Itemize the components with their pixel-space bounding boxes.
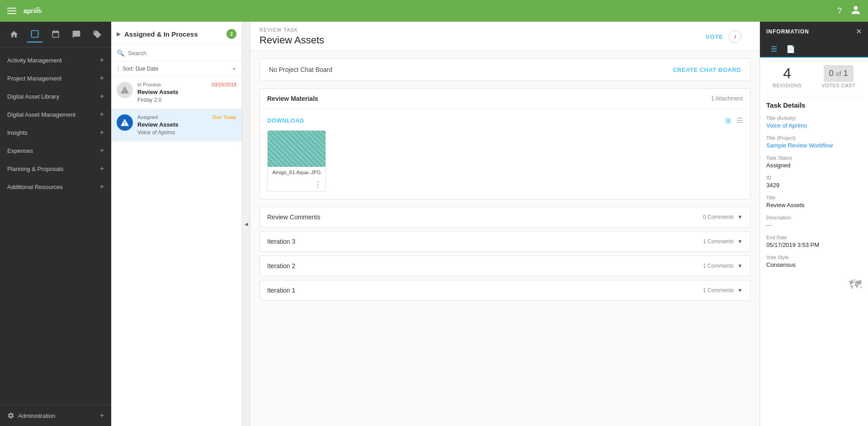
- task-item[interactable]: Assigned Due Today Review Assets Voice o…: [111, 109, 242, 142]
- user-icon[interactable]: [851, 5, 861, 17]
- chat-board-text: No Project Chat Board: [269, 66, 332, 73]
- svg-rect-4: [32, 31, 38, 38]
- svg-text:aprimo: aprimo: [24, 7, 42, 14]
- detail-label: End Date: [766, 235, 862, 240]
- close-panel-button[interactable]: ✕: [856, 27, 862, 36]
- iteration-3-chevron-icon: ▼: [737, 238, 743, 245]
- search-input[interactable]: [128, 50, 236, 57]
- review-comments-section: Review Comments 0 Comments ▼: [259, 207, 750, 227]
- vote-button[interactable]: VOTE: [706, 33, 723, 40]
- download-button[interactable]: DOWNLOAD: [267, 117, 304, 124]
- hamburger-menu[interactable]: [7, 8, 16, 14]
- sidebar-item-additional-resources[interactable]: Additional Resources +: [0, 178, 111, 196]
- main-content: REVIEW TASK Review Assets VOTE i No Proj…: [250, 22, 760, 426]
- comment-count: 0 Comments: [703, 214, 734, 220]
- app-logo: aprimo: [24, 5, 42, 17]
- panel-title: Assigned & In Process: [124, 30, 223, 38]
- sidebar-icon-chat[interactable]: [68, 26, 85, 43]
- detail-row-status: Task Status Assigned: [766, 155, 862, 169]
- expand-chevron-icon[interactable]: ▶: [117, 31, 121, 37]
- detail-value-description: —: [766, 222, 862, 228]
- create-chat-board-button[interactable]: CREATE CHAT BOARD: [673, 66, 741, 73]
- detail-row-end-date: End Date 05/17/2019 3:53 PM: [766, 235, 862, 248]
- sidebar-item-digital-asset-management[interactable]: Digital Asset Management +: [0, 105, 111, 123]
- list-view-icon[interactable]: ☰: [736, 116, 743, 125]
- sidebar-icon-tag[interactable]: [89, 26, 105, 43]
- svg-point-2: [38, 7, 39, 9]
- votes-cast-value: 0 of 1: [829, 69, 848, 78]
- revisions-stat: 4 REVISIONS: [773, 65, 802, 88]
- chat-board-banner: No Project Chat Board CREATE CHAT BOARD: [259, 58, 750, 81]
- logo-icon: aprimo: [24, 5, 42, 17]
- sidebar-item-digital-asset-library[interactable]: Digital Asset Library +: [0, 87, 111, 105]
- right-panel-body: 4 REVISIONS 0 of 1 VOTES CAST Task: [760, 58, 868, 426]
- detail-value-activity[interactable]: Voice of Aprimo: [766, 122, 862, 129]
- sidebar-item-project-management[interactable]: Project Management +: [0, 69, 111, 87]
- asset-item[interactable]: Amigo_61-Aqua-.JPG ⋮: [267, 130, 326, 192]
- detail-value-project[interactable]: Sample Review Workflow: [766, 142, 862, 149]
- section-body: DOWNLOAD ⊞ ☰ Amigo_61-Aqua-.JPG ⋮: [260, 109, 750, 199]
- review-task-label: REVIEW TASK: [259, 27, 324, 33]
- iteration-1-chevron-icon: ▼: [737, 287, 743, 293]
- iteration-2-header[interactable]: Iteration 2 1 Comments ▼: [260, 256, 750, 276]
- top-navigation: aprimo ?: [0, 0, 868, 22]
- sort-bar[interactable]: ↑ Sort: Due Date ▼: [111, 62, 242, 76]
- map-icon: 🗺: [849, 277, 862, 292]
- attachment-count: 1 Attachment: [711, 95, 743, 102]
- iteration-2-section: Iteration 2 1 Comments ▼: [259, 256, 750, 276]
- right-info-panel: INFORMATION ✕ ☰ 📄 4 REVISIONS 0 of: [760, 22, 868, 426]
- sidebar-icon-calendar[interactable]: [47, 26, 64, 43]
- review-materials-section: Review Materials 1 Attachment DOWNLOAD ⊞…: [259, 88, 750, 199]
- sidebar-icon-tasks[interactable]: [27, 26, 43, 43]
- grid-view-icon[interactable]: ⊞: [725, 116, 731, 125]
- detail-label: Vote Style: [766, 255, 862, 260]
- task-count-badge: 2: [226, 29, 236, 39]
- sort-chevron-icon: ▼: [232, 66, 236, 71]
- asset-name: Amigo_61-Aqua-.JPG: [268, 167, 326, 178]
- task-content: In Process 03/15/2019 Review Assets Fird…: [137, 82, 236, 103]
- stats-row: 4 REVISIONS 0 of 1 VOTES CAST: [766, 65, 862, 88]
- collapse-panel-button[interactable]: ◀: [242, 22, 250, 426]
- sidebar-item-activity-management[interactable]: Activity Management +: [0, 51, 111, 69]
- detail-row-project: Title (Project) Sample Review Workflow: [766, 135, 862, 149]
- sidebar-item-insights[interactable]: Insights +: [0, 123, 111, 142]
- tab-list[interactable]: ☰: [766, 41, 782, 58]
- middle-panel-header: ▶ Assigned & In Process 2: [111, 22, 242, 45]
- sort-arrow-icon: ↑: [117, 65, 120, 72]
- detail-label: Task Status: [766, 155, 862, 161]
- sidebar-item-planning-proposals[interactable]: Planning & Proposals +: [0, 160, 111, 178]
- task-list: In Process 03/15/2019 Review Assets Fird…: [111, 76, 242, 426]
- asset-menu-button[interactable]: ⋮: [268, 178, 326, 191]
- sidebar-icon-home[interactable]: [6, 26, 22, 43]
- votes-stat: 0 of 1 VOTES CAST: [821, 65, 855, 88]
- detail-label: Title (Project): [766, 135, 862, 141]
- top-nav-left: aprimo: [7, 5, 42, 17]
- iteration-3-title: Iteration 3: [267, 238, 295, 245]
- iteration-3-header[interactable]: Iteration 3 1 Comments ▼: [260, 232, 750, 251]
- sidebar-item-expenses[interactable]: Expenses +: [0, 142, 111, 160]
- task-avatar-active: [117, 114, 133, 131]
- detail-label: Title (Activity): [766, 115, 862, 121]
- task-item[interactable]: In Process 03/15/2019 Review Assets Fird…: [111, 76, 242, 109]
- detail-value-id: 3429: [766, 182, 862, 189]
- top-nav-right: ?: [837, 5, 861, 17]
- main-layout: Activity Management + Project Management…: [0, 22, 868, 426]
- comment-section-title: Review Comments: [267, 213, 320, 221]
- task-avatar: [117, 82, 133, 98]
- sidebar-footer-administration[interactable]: Administration +: [0, 405, 111, 426]
- detail-value-status: Assigned: [766, 162, 862, 169]
- iteration-2-title: Iteration 2: [267, 262, 295, 270]
- detail-row-activity: Title (Activity) Voice of Aprimo: [766, 115, 862, 129]
- right-panel-tabs: ☰ 📄: [760, 41, 868, 58]
- comment-header[interactable]: Review Comments 0 Comments ▼: [260, 207, 750, 227]
- help-icon[interactable]: ?: [837, 6, 842, 16]
- info-icon[interactable]: i: [729, 30, 741, 43]
- sort-label: Sort: Due Date: [123, 66, 229, 72]
- iteration-1-header[interactable]: Iteration 1 1 Comments ▼: [260, 280, 750, 300]
- asset-grid: Amigo_61-Aqua-.JPG ⋮: [267, 130, 743, 192]
- detail-label: ID: [766, 175, 862, 180]
- tab-document[interactable]: 📄: [782, 41, 800, 57]
- iteration-1-count: 1 Comments: [703, 287, 734, 293]
- comment-chevron-icon: ▼: [737, 214, 743, 220]
- sidebar-nav: Activity Management + Project Management…: [0, 47, 111, 405]
